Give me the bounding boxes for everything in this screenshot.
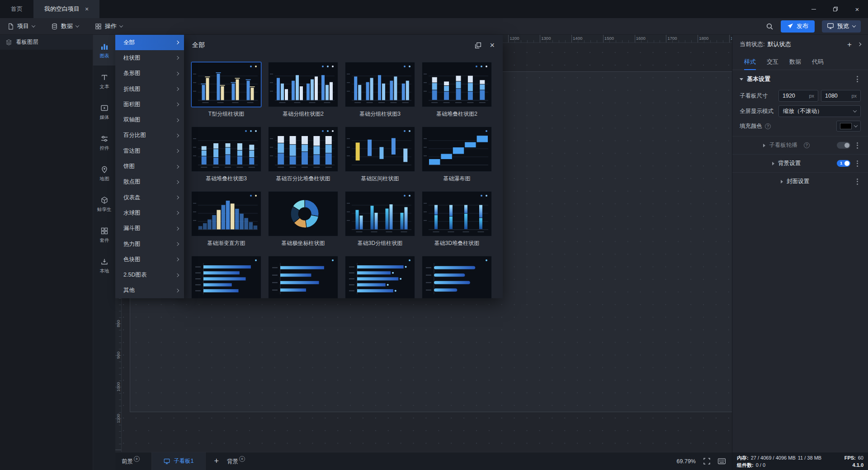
close-window-button[interactable]: × (846, 0, 868, 18)
gallery-card-9[interactable]: 基础极坐标柱状图 (268, 191, 338, 247)
basic-kebab-icon[interactable] (854, 74, 861, 84)
rail-item-chart[interactable]: 图表 (93, 35, 115, 66)
inspector-tab-0[interactable]: 样式 (744, 54, 756, 70)
category-item-5[interactable]: 双轴图 (115, 112, 184, 127)
category-item-1[interactable]: 柱状图 (115, 50, 184, 66)
gallery-card-3[interactable]: 基础堆叠柱状图2 (422, 62, 492, 118)
shortcut-keyboard-icon[interactable] (718, 458, 726, 465)
menu-item-database[interactable]: 数据 (51, 22, 79, 30)
category-item-13[interactable]: 热力图 (115, 236, 184, 252)
fill-color-picker[interactable] (836, 121, 861, 132)
gallery-card-5[interactable]: 基础百分比堆叠柱状图 (268, 127, 338, 182)
zoom-level[interactable]: 69.79% (677, 458, 696, 465)
category-item-9[interactable]: 散点图 (115, 174, 184, 190)
add-state-icon[interactable]: + (847, 41, 852, 48)
chart-thumbnail-stacked[interactable] (422, 62, 492, 107)
menu-item-grid[interactable]: 操作 (95, 22, 123, 30)
category-item-11[interactable]: 水球图 (115, 205, 184, 221)
gallery-card-8[interactable]: 基础渐变直方图 (191, 191, 261, 247)
category-item-6[interactable]: 百分比图 (115, 128, 184, 143)
gallery-card-1[interactable]: 基础分组柱状图2 (268, 62, 338, 118)
category-item-16[interactable]: 其他 (115, 283, 184, 298)
menu-item-document[interactable]: 项目 (7, 22, 35, 30)
popout-icon[interactable] (475, 42, 481, 49)
expand-states-icon[interactable] (858, 42, 861, 46)
close-tab-icon[interactable]: × (85, 6, 89, 12)
category-item-15[interactable]: 2.5D图表 (115, 267, 184, 282)
fit-screen-icon[interactable] (703, 458, 711, 465)
close-gallery-icon[interactable]: × (490, 41, 495, 49)
minimize-button[interactable] (803, 0, 825, 18)
chart-thumbnail-hbar[interactable] (345, 256, 415, 298)
rail-item-map[interactable]: 地图 (93, 158, 115, 188)
chart-thumbnail-grouped[interactable] (268, 62, 338, 107)
carousel-kebab-icon[interactable] (854, 141, 861, 150)
gallery-card-15[interactable] (422, 256, 492, 298)
chart-thumbnail-hbar[interactable] (268, 256, 338, 298)
rail-item-media[interactable]: 媒体 (93, 96, 115, 127)
gallery-card-7[interactable]: 基础瀑布图 (422, 127, 492, 182)
chart-thumbnail-hbar[interactable] (191, 256, 261, 298)
add-board-button[interactable]: + (206, 456, 227, 466)
section-background[interactable]: 背景设置 1 (732, 154, 868, 172)
chart-thumbnail-grouped[interactable] (345, 62, 415, 107)
chart-thumbnail-grouped3d[interactable] (345, 191, 415, 236)
chart-thumbnail-range[interactable] (345, 127, 415, 172)
section-cover[interactable]: 封面设置 (732, 172, 868, 190)
inspector-tab-2[interactable]: 数据 (789, 54, 801, 70)
chart-thumbnail-percent[interactable] (268, 127, 338, 172)
cover-kebab-icon[interactable] (854, 177, 861, 187)
board-tab[interactable]: 子看板1 (151, 452, 206, 470)
height-input[interactable]: 1080px (821, 90, 861, 102)
search-icon[interactable] (766, 23, 774, 30)
publish-button[interactable]: 发布 (781, 20, 815, 33)
inspector-tab-1[interactable]: 交互 (767, 54, 778, 70)
background-kebab-icon[interactable] (854, 159, 861, 169)
width-input[interactable]: 1920px (778, 90, 818, 102)
gallery-card-4[interactable]: 基础堆叠柱状图3 (191, 127, 261, 182)
gallery-card-2[interactable]: 基础分组柱状图3 (345, 62, 415, 118)
chart-thumbnail-hbar[interactable] (422, 256, 492, 298)
category-item-0[interactable]: 全部 (115, 35, 184, 50)
background-button[interactable]: 背景 + (227, 457, 245, 465)
chart-thumbnail-waterfall[interactable] (422, 127, 492, 172)
foreground-button[interactable]: 前景 + (122, 457, 140, 465)
rail-item-text[interactable]: 文本 (93, 66, 115, 96)
gallery-card-13[interactable] (268, 256, 338, 298)
gallery-card-11[interactable]: 基础3D堆叠柱状图 (422, 191, 492, 247)
restore-button[interactable] (825, 0, 846, 18)
gallery-card-12[interactable] (191, 256, 261, 298)
inspector-tab-3[interactable]: 代码 (812, 54, 824, 70)
chart-thumbnail-stacked[interactable] (191, 127, 261, 172)
chart-thumbnail-grouped[interactable] (191, 62, 261, 107)
rail-item-widget[interactable]: 控件 (93, 127, 115, 158)
rail-item-kit[interactable]: 套件 (93, 219, 115, 250)
category-item-7[interactable]: 雷达图 (115, 143, 184, 159)
fullscreen-mode-select[interactable]: 缩放（不滚动） (778, 105, 861, 117)
carousel-toggle[interactable] (837, 142, 850, 149)
rail-item-twin[interactable]: 鲸孪生 (93, 188, 115, 219)
category-item-3[interactable]: 折线图 (115, 81, 184, 97)
section-basic-settings[interactable]: 基本设置 (732, 70, 868, 88)
background-toggle[interactable]: 1 (837, 160, 850, 167)
tab-project[interactable]: 我的空白项目 × (33, 0, 99, 18)
rail-item-local[interactable]: 本地 (93, 250, 115, 281)
gallery-card-0[interactable]: T型分组柱状图 (191, 62, 261, 118)
section-carousel[interactable]: 子看板轮播 ? (732, 136, 868, 154)
tab-home[interactable]: 首页 (0, 0, 33, 18)
preview-button[interactable]: 预览 (822, 20, 861, 33)
category-item-8[interactable]: 饼图 (115, 159, 184, 174)
gallery-card-6[interactable]: 基础区间柱状图 (345, 127, 415, 182)
category-item-14[interactable]: 色块图 (115, 252, 184, 267)
category-item-10[interactable]: 仪表盘 (115, 190, 184, 205)
chart-thumbnail-stacked3d[interactable] (422, 191, 492, 236)
help-icon[interactable]: ? (765, 123, 771, 129)
carousel-help-icon[interactable]: ? (804, 142, 810, 148)
gallery-card-14[interactable] (345, 256, 415, 298)
chart-thumbnail-histogram[interactable] (191, 191, 261, 236)
category-item-12[interactable]: 漏斗图 (115, 221, 184, 236)
layers-panel-header[interactable]: 看板图层 (0, 35, 93, 50)
gallery-card-10[interactable]: 基础3D分组柱状图 (345, 191, 415, 247)
category-item-4[interactable]: 面积图 (115, 97, 184, 112)
chart-thumbnail-polar[interactable] (268, 191, 338, 236)
